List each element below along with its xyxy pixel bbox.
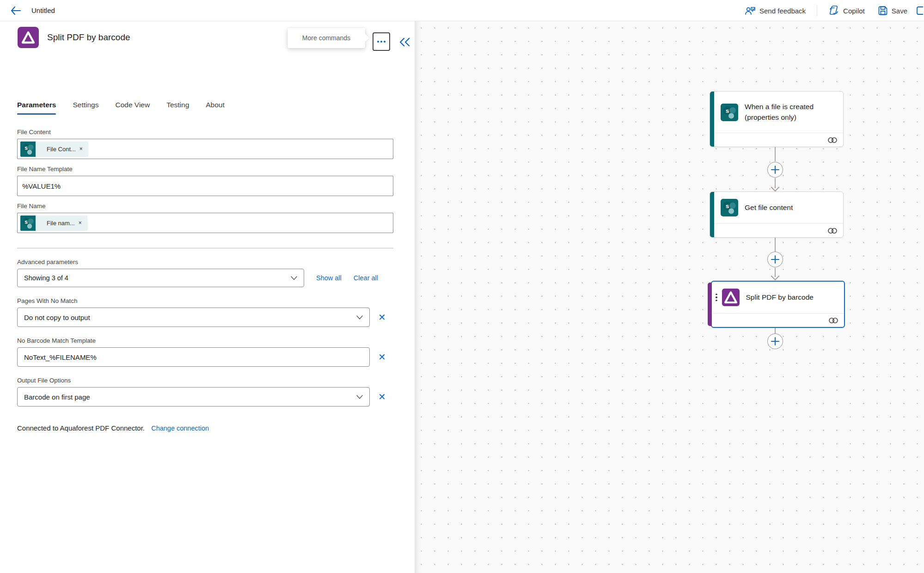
- flow-node-when-a-file-is-created[interactable]: s When a file is created (properties onl…: [710, 91, 844, 147]
- clear-all-link[interactable]: Clear all: [354, 274, 378, 282]
- save-button[interactable]: Save: [873, 3, 912, 18]
- aquaforest-pdf-icon: [722, 289, 740, 306]
- insert-step-button[interactable]: [767, 252, 783, 267]
- panel-header: Split PDF by barcode: [18, 27, 130, 48]
- output-file-options-value: Barcode on first page: [24, 393, 90, 401]
- advanced-parameters-dropdown[interactable]: Showing 3 of 4: [17, 269, 304, 287]
- no-barcode-match-template-input[interactable]: NoText_%FILENAME%: [17, 347, 370, 367]
- connection-link-icon[interactable]: [827, 137, 838, 143]
- output-file-options-dropdown[interactable]: Barcode on first page: [17, 387, 370, 407]
- more-commands-tooltip: More commands: [288, 28, 365, 48]
- send-feedback-icon: [745, 6, 756, 15]
- connection-link-icon[interactable]: [828, 317, 838, 324]
- remove-token-icon[interactable]: ×: [78, 220, 87, 226]
- pages-with-no-match-label: Pages With No Match: [17, 297, 393, 304]
- action-config-panel: Split PDF by barcode More commands Param…: [0, 21, 415, 573]
- connection-link-icon[interactable]: [827, 228, 838, 234]
- back-arrow-icon: [11, 6, 21, 15]
- file-content-label: File Content: [17, 129, 393, 136]
- save-label: Save: [892, 7, 907, 15]
- flow-node-get-file-content[interactable]: s Get file content: [710, 191, 844, 238]
- advanced-dropdown-value: Showing 3 of 4: [24, 274, 68, 282]
- svg-text:s: s: [726, 203, 729, 209]
- sharepoint-icon: s: [721, 199, 738, 216]
- connector-line: [775, 238, 776, 252]
- parameters-form: File Content s File Cont... ×: [17, 129, 393, 432]
- pages-with-no-match-dropdown[interactable]: Do not copy to output: [17, 308, 370, 327]
- plus-icon: [771, 166, 779, 174]
- change-connection-link[interactable]: Change connection: [151, 425, 209, 432]
- file-name-template-label: File Name Template: [17, 166, 393, 173]
- flow-title: Untitled: [31, 6, 55, 14]
- remove-token-icon[interactable]: ×: [79, 146, 88, 152]
- file-name-input[interactable]: s File nam... ×: [17, 213, 393, 233]
- arrow-down-icon: [771, 276, 779, 280]
- plus-icon: [771, 255, 779, 264]
- output-file-options-label: Output File Options: [17, 377, 393, 384]
- node-title: When a file is created (properties only): [745, 102, 838, 123]
- node-title: Split PDF by barcode: [746, 292, 814, 302]
- send-feedback-button[interactable]: Send feedback: [740, 3, 810, 18]
- tab-about[interactable]: About: [206, 101, 225, 115]
- sharepoint-icon: s: [20, 142, 36, 157]
- power-automate-designer: Untitled Send feedback Copilot: [0, 0, 924, 573]
- clear-output-file-options-button[interactable]: ✕: [377, 391, 387, 402]
- file-name-token[interactable]: s File nam... ×: [20, 216, 87, 231]
- token-label: File Cont...: [36, 146, 79, 153]
- clipped-toolbar-icon[interactable]: [916, 6, 923, 16]
- panel-title: Split PDF by barcode: [47, 32, 130, 43]
- connection-info: Connected to Aquaforest PDF Connector. C…: [17, 424, 393, 432]
- flow-node-split-pdf-by-barcode[interactable]: Split PDF by barcode: [711, 281, 845, 328]
- collapse-panel-button[interactable]: [397, 35, 412, 49]
- add-action-button[interactable]: [767, 333, 783, 349]
- show-all-link[interactable]: Show all: [316, 274, 342, 282]
- dot: [377, 41, 379, 43]
- chevron-down-icon: [291, 276, 297, 280]
- panel-tabs: Parameters Settings Code View Testing Ab…: [17, 101, 225, 115]
- clear-no-barcode-match-template-button[interactable]: ✕: [377, 351, 387, 363]
- tab-settings[interactable]: Settings: [73, 101, 98, 115]
- arrow-down-icon: [771, 187, 779, 191]
- connector-line: [775, 147, 776, 161]
- chevron-down-icon: [356, 395, 363, 399]
- file-content-token[interactable]: s File Cont... ×: [20, 142, 88, 157]
- connector-line: [775, 328, 776, 333]
- save-icon: [878, 6, 888, 16]
- token-label: File nam...: [36, 220, 78, 227]
- tab-testing[interactable]: Testing: [166, 101, 189, 115]
- drag-handle-icon[interactable]: [716, 294, 717, 302]
- clear-pages-with-no-match-button[interactable]: ✕: [377, 312, 387, 323]
- svg-text:s: s: [24, 144, 28, 151]
- flow-canvas[interactable]: s When a file is created (properties onl…: [415, 21, 924, 573]
- copilot-button[interactable]: Copilot: [824, 3, 869, 18]
- file-name-label: File Name: [17, 203, 393, 209]
- pages-with-no-match-value: Do not copy to output: [24, 314, 90, 321]
- node-accent-bar: [710, 92, 714, 147]
- dot: [380, 41, 382, 43]
- no-barcode-match-template-value: NoText_%FILENAME%: [24, 353, 97, 361]
- advanced-parameters-label: Advanced parameters: [17, 259, 393, 265]
- send-feedback-label: Send feedback: [759, 7, 806, 15]
- node-accent-bar: [710, 192, 714, 237]
- chevron-down-icon: [356, 315, 363, 320]
- svg-text:s: s: [24, 218, 28, 225]
- sharepoint-icon: s: [20, 216, 36, 231]
- node-title: Get file content: [745, 203, 793, 213]
- file-name-template-input[interactable]: %VALUE1%: [17, 176, 393, 196]
- aquaforest-pdf-icon: [18, 27, 39, 48]
- more-commands-button[interactable]: [373, 32, 390, 51]
- dot: [384, 41, 386, 43]
- plus-icon: [771, 337, 779, 345]
- tab-code-view[interactable]: Code View: [115, 101, 150, 115]
- back-button[interactable]: [10, 5, 21, 16]
- copilot-icon: [828, 6, 839, 16]
- double-chevron-left-icon: [398, 37, 410, 47]
- top-bar: Untitled Send feedback Copilot: [0, 0, 924, 21]
- insert-step-button[interactable]: [767, 162, 783, 178]
- sharepoint-icon: s: [721, 104, 738, 121]
- file-name-template-value: %VALUE1%: [22, 182, 61, 190]
- topbar-divider: [817, 5, 817, 16]
- tab-parameters[interactable]: Parameters: [17, 101, 56, 115]
- connection-text: Connected to Aquaforest PDF Connector.: [17, 424, 145, 432]
- file-content-input[interactable]: s File Cont... ×: [17, 139, 393, 159]
